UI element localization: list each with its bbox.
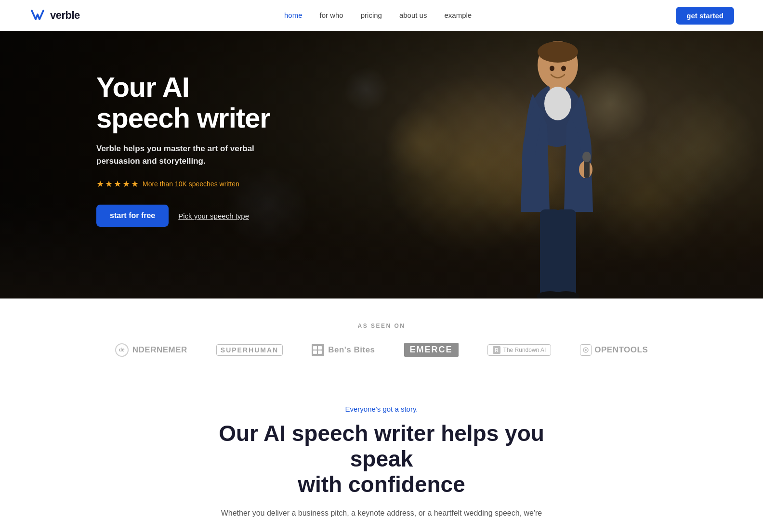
hero-subtitle: Verble helps you master the art of verba…: [96, 143, 279, 167]
section-description: Whether you deliver a business pitch, a …: [213, 507, 550, 519]
nav-link-pricing[interactable]: pricing: [361, 11, 382, 19]
brand-bensbites: Ben's Bites: [312, 344, 375, 356]
svg-rect-9: [556, 209, 576, 296]
logo-link[interactable]: verble: [29, 7, 80, 24]
hero-stats-text: More than 10K speeches written: [143, 180, 239, 188]
brand-superhuman: SUPERHUMAN: [216, 344, 283, 356]
nav-link-for-who[interactable]: for who: [320, 11, 343, 19]
svg-point-2: [538, 41, 578, 63]
svg-point-4: [544, 87, 571, 120]
logo-icon: [29, 7, 46, 24]
get-started-button[interactable]: get started: [676, 7, 734, 25]
opentools-svg: [582, 346, 590, 354]
opentools-icon: [580, 344, 592, 356]
nav-link-example[interactable]: example: [444, 11, 472, 19]
bensbites-icon: [312, 344, 324, 356]
svg-rect-16: [313, 350, 317, 354]
svg-rect-15: [318, 346, 322, 350]
hero-content: Your AI speech writer Verble helps you m…: [0, 72, 279, 227]
section-tagline: Everyone's got a story.: [29, 405, 734, 413]
hero-section: Your AI speech writer Verble helps you m…: [0, 0, 763, 298]
brand-rundown: R The Rundown AI: [487, 344, 552, 356]
brand-opentools: OPENTOOLS: [580, 344, 648, 356]
svg-rect-17: [318, 350, 322, 354]
start-free-button[interactable]: start for free: [96, 205, 169, 227]
nav-link-home[interactable]: home: [284, 11, 303, 19]
ondernemer-text: NDERNEMER: [132, 345, 187, 355]
hero-speaker-image: [465, 19, 648, 298]
logo-text: verble: [50, 9, 80, 22]
nav-links: home for who pricing about us example: [284, 11, 472, 20]
brand-logos-row: de NDERNEMER SUPERHUMAN Ben's Bites EMER…: [29, 343, 734, 357]
ai-speech-section: Everyone's got a story. Our AI speech wr…: [0, 376, 763, 532]
svg-point-21: [585, 349, 587, 351]
nav-link-about-us[interactable]: about us: [399, 11, 427, 19]
bensbites-text: Ben's Bites: [328, 345, 375, 355]
star-icons: ★★★★★: [96, 179, 140, 189]
svg-point-7: [582, 152, 591, 162]
brand-ondernemer: de NDERNEMER: [115, 343, 187, 357]
svg-rect-14: [313, 346, 317, 350]
superhuman-text: SUPERHUMAN: [216, 344, 283, 356]
rundown-icon: R: [493, 346, 500, 354]
as-seen-on-label: AS SEEN ON: [29, 323, 734, 329]
svg-text:R: R: [495, 348, 499, 353]
pick-speech-button[interactable]: Pick your speech type: [178, 212, 249, 220]
svg-point-12: [550, 66, 554, 71]
speaker-svg: [465, 19, 648, 298]
brand-emerce: EMERCE: [404, 343, 459, 357]
svg-point-13: [561, 66, 566, 71]
emerce-text: EMERCE: [404, 343, 459, 357]
hero-cta-group: start for free Pick your speech type: [96, 205, 279, 227]
ondernemer-circle: de: [115, 343, 129, 357]
hero-social-proof: ★★★★★ More than 10K speeches written: [96, 179, 279, 189]
bensbites-grid-icon: [313, 346, 323, 354]
opentools-text: OPENTOOLS: [594, 345, 648, 355]
navbar: verble home for who pricing about us exa…: [0, 0, 763, 31]
hero-title: Your AI speech writer: [96, 72, 279, 133]
section-title: Our AI speech writer helps you speak wit…: [213, 421, 550, 497]
rundown-text: R The Rundown AI: [487, 344, 552, 356]
as-seen-on-section: AS SEEN ON de NDERNEMER SUPERHUMAN Ben's…: [0, 298, 763, 376]
